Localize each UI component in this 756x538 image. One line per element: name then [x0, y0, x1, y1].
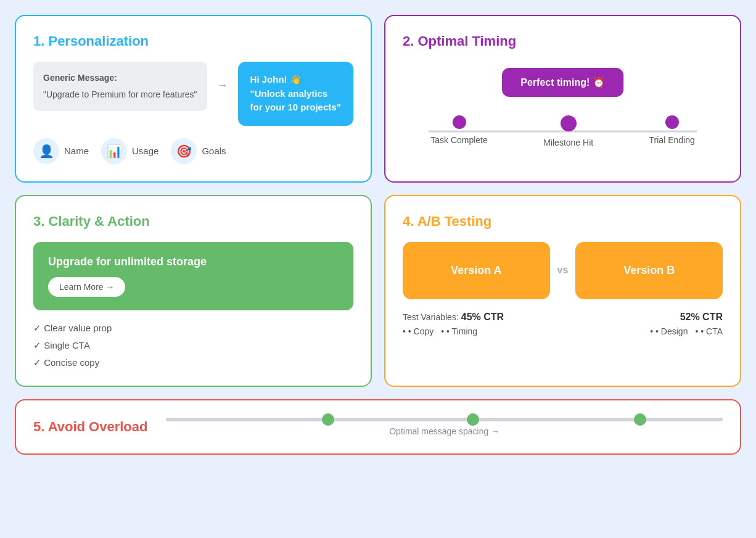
vs-label: vs	[550, 265, 576, 276]
goals-icon: 🎯	[171, 138, 197, 164]
variables-b: • Design • CTA	[650, 326, 723, 336]
timeline: Task Complete Milestone Hit Trial Ending	[403, 115, 723, 147]
personalization-row: Generic Message: "Upgrade to Premium for…	[33, 62, 353, 126]
card5-inner: 5. Avoid Overload Optimal message spacin…	[33, 418, 723, 436]
card3-title: 3. Clarity & Action	[33, 213, 353, 230]
var-b-design: • Design	[650, 326, 688, 336]
usage-icon: 📊	[101, 138, 127, 164]
learn-more-button[interactable]: Learn More →	[48, 277, 125, 297]
upgrade-title: Upgrade for unlimited storage	[48, 255, 339, 268]
var-a-copy: • Copy	[403, 326, 433, 336]
personalized-text: "Unlock analytics for your 10 projects"	[250, 87, 341, 115]
tag-usage-label: Usage	[132, 146, 158, 156]
arrow-icon: →	[217, 79, 228, 92]
ab-stat-right: 52% CTR • Design • CTA	[563, 312, 723, 336]
generic-message: Generic Message: "Upgrade to Premium for…	[33, 62, 207, 111]
generic-label: Generic Message:	[43, 72, 197, 85]
timing-container: Perfect timing! ⏰ Task Complete Mileston…	[403, 62, 723, 147]
ctr-b: 52% CTR	[680, 312, 723, 323]
tag-goals-label: Goals	[202, 146, 226, 156]
tag-usage: 📊 Usage	[101, 138, 158, 164]
ab-stat-left: Test Variables: 45% CTR • Copy • Timing	[403, 312, 563, 336]
ab-testing-card: 4. A/B Testing Version A vs Version B Te…	[384, 195, 741, 387]
dot-milestone-label: Milestone Hit	[543, 138, 593, 147]
card5-title-block: 5. Avoid Overload	[33, 419, 147, 435]
slider-dot-3	[634, 413, 646, 426]
card5-title: 5. Avoid Overload	[33, 419, 147, 435]
greeting: Hi John! 👋	[250, 73, 341, 87]
dot-trial	[665, 115, 679, 129]
ab-versions: Version A vs Version B	[403, 242, 723, 299]
card1-title: 1. Personalization	[33, 33, 353, 49]
timeline-dots: Task Complete Milestone Hit Trial Ending	[403, 115, 723, 147]
checklist-item-1: ✓ Clear value prop	[33, 323, 353, 334]
timeline-item-trial: Trial Ending	[649, 115, 695, 147]
checklist-item-2: ✓ Single CTA	[33, 340, 353, 351]
tag-name-label: Name	[64, 146, 89, 156]
checklist-item-3: ✓ Concise copy	[33, 357, 353, 368]
personalization-card: 1. Personalization Generic Message: "Upg…	[15, 15, 372, 183]
test-variant-label: Test Variables:	[403, 312, 459, 322]
version-a-box: Version A	[403, 242, 550, 299]
upgrade-banner: Upgrade for unlimited storage Learn More…	[33, 242, 353, 310]
slider-dot-2	[467, 413, 479, 426]
var-a-timing: • Timing	[441, 326, 477, 336]
dot-trial-label: Trial Ending	[649, 135, 695, 145]
slider-label: Optimal message spacing →	[389, 426, 499, 436]
personalized-message: Hi John! 👋 "Unlock analytics for your 10…	[238, 62, 353, 126]
generic-text: "Upgrade to Premium for more features"	[43, 88, 197, 101]
checklist: ✓ Clear value prop ✓ Single CTA ✓ Concis…	[33, 323, 353, 368]
card4-title: 4. A/B Testing	[403, 213, 723, 230]
timeline-item-milestone: Milestone Hit	[543, 115, 593, 147]
tag-goals: 🎯 Goals	[171, 138, 226, 164]
name-icon: 👤	[33, 138, 59, 164]
timeline-item-task: Task Complete	[430, 115, 488, 147]
ctr-a: 45% CTR	[461, 312, 504, 323]
tag-name: 👤 Name	[33, 138, 89, 164]
version-b-box: Version B	[575, 242, 723, 299]
optimal-timing-card: 2. Optimal Timing Perfect timing! ⏰ Task…	[384, 15, 741, 183]
slider-dot-1	[322, 413, 334, 426]
card2-title: 2. Optimal Timing	[403, 33, 723, 49]
data-tags: 👤 Name 📊 Usage 🎯 Goals	[33, 138, 353, 164]
dot-task	[453, 115, 466, 129]
timing-bubble: Perfect timing! ⏰	[502, 68, 623, 97]
avoid-overload-card: 5. Avoid Overload Optimal message spacin…	[15, 399, 741, 455]
test-variant-row: Test Variables: 45% CTR	[403, 312, 563, 323]
clarity-action-card: 3. Clarity & Action Upgrade for unlimite…	[15, 195, 372, 387]
slider-container: Optimal message spacing →	[166, 418, 723, 436]
variables-a: • Copy • Timing	[403, 326, 563, 336]
slider-track	[166, 418, 723, 421]
ab-stats: Test Variables: 45% CTR • Copy • Timing …	[403, 312, 723, 336]
dot-milestone	[561, 115, 577, 131]
dot-task-label: Task Complete	[430, 135, 488, 145]
var-b-cta: • CTA	[695, 326, 723, 336]
